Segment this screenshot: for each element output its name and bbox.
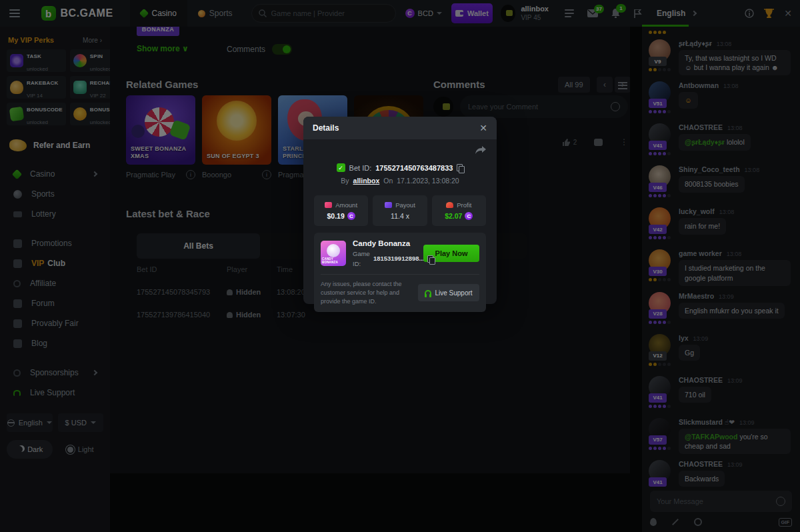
stat-profit: Profit $2.07C: [432, 195, 486, 226]
game-box: CANDY BONANZA Candy Bonanza Game ID:1815…: [314, 233, 486, 312]
bet-id-row: ✓ Bet ID: 1755271450763487833: [314, 163, 486, 172]
payout-icon: [385, 202, 392, 208]
bet-details-modal: Details ✕ ✓ Bet ID: 1755271450763487833 …: [303, 117, 497, 304]
bet-id-value: 1755271450763487833: [375, 164, 453, 172]
bet-datetime: 17.1.2023, 13:08:20: [397, 177, 459, 185]
bet-stats: Amount $0.19C Payout 11.4 x Profit $2.07…: [314, 195, 486, 226]
share-icon[interactable]: [475, 146, 486, 155]
bet-id-label: Bet ID:: [349, 164, 372, 172]
bc-game-app: b BC.GAME Casino Sports C BCD Wallet all…: [0, 0, 800, 532]
modal-header: Details ✕: [303, 117, 497, 139]
bcd-coin-icon: C: [465, 212, 473, 220]
player-link[interactable]: allinbox: [353, 177, 380, 185]
headset-icon: [425, 290, 431, 295]
support-text: Any issues, please contact the customer …: [321, 280, 413, 306]
stat-amount: Amount $0.19C: [314, 195, 368, 226]
bet-meta-row: By allinbox On 17.1.2023, 13:08:20: [314, 177, 486, 185]
profit-icon: [446, 202, 453, 208]
modal-title: Details: [313, 123, 339, 133]
game-thumbnail[interactable]: CANDY BONANZA: [321, 241, 346, 266]
verified-shield-icon: ✓: [337, 163, 345, 172]
stat-payout: Payout 11.4 x: [373, 195, 427, 226]
game-id-value: 1815319912898...: [373, 254, 425, 263]
copy-icon[interactable]: [457, 164, 463, 172]
bcd-coin-icon: C: [347, 212, 355, 220]
live-support-button[interactable]: Live Support: [418, 284, 479, 301]
modal-close-icon[interactable]: ✕: [479, 123, 487, 133]
game-name: Candy Bonanza: [353, 238, 417, 249]
amount-icon: [325, 202, 332, 208]
